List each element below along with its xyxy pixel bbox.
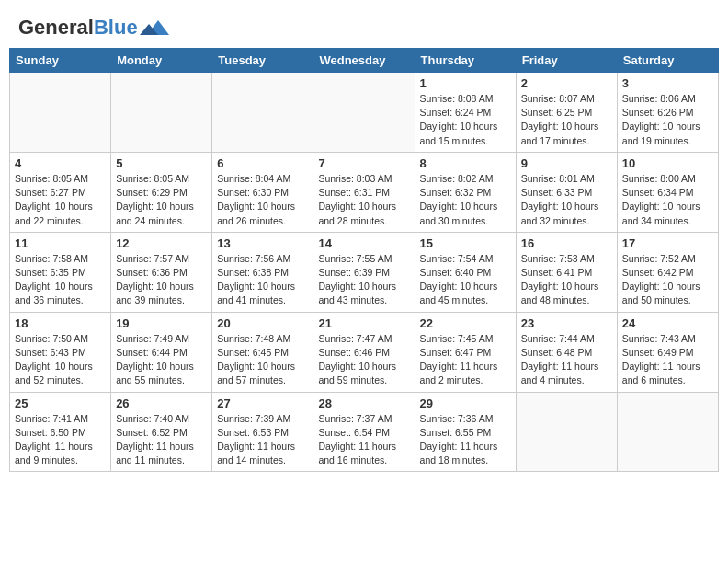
calendar-cell: 22Sunrise: 7:45 AMSunset: 6:47 PMDayligh… — [415, 312, 516, 392]
day-info: Sunrise: 7:37 AMSunset: 6:54 PMDaylight:… — [318, 412, 409, 468]
calendar-cell: 28Sunrise: 7:37 AMSunset: 6:54 PMDayligh… — [313, 392, 415, 472]
day-number: 8 — [420, 156, 511, 170]
day-number: 27 — [217, 396, 308, 410]
calendar-cell: 9Sunrise: 8:01 AMSunset: 6:33 PMDaylight… — [516, 152, 617, 232]
day-info: Sunrise: 8:01 AMSunset: 6:33 PMDaylight:… — [521, 172, 612, 228]
calendar-cell: 16Sunrise: 7:53 AMSunset: 6:41 PMDayligh… — [516, 232, 617, 312]
day-number: 12 — [116, 236, 207, 250]
day-number: 7 — [318, 156, 409, 170]
calendar-cell: 24Sunrise: 7:43 AMSunset: 6:49 PMDayligh… — [617, 312, 718, 392]
calendar-cell: 18Sunrise: 7:50 AMSunset: 6:43 PMDayligh… — [10, 312, 111, 392]
calendar-week-row: 25Sunrise: 7:41 AMSunset: 6:50 PMDayligh… — [10, 392, 719, 472]
calendar-cell: 27Sunrise: 7:39 AMSunset: 6:53 PMDayligh… — [212, 392, 313, 472]
day-info: Sunrise: 8:07 AMSunset: 6:25 PMDaylight:… — [521, 92, 612, 148]
calendar-table: SundayMondayTuesdayWednesdayThursdayFrid… — [9, 48, 719, 472]
calendar-cell: 10Sunrise: 8:00 AMSunset: 6:34 PMDayligh… — [617, 152, 718, 232]
calendar-cell: 20Sunrise: 7:48 AMSunset: 6:45 PMDayligh… — [212, 312, 313, 392]
calendar-cell: 11Sunrise: 7:58 AMSunset: 6:35 PMDayligh… — [10, 232, 111, 312]
day-info: Sunrise: 7:44 AMSunset: 6:48 PMDaylight:… — [521, 332, 612, 388]
calendar-cell: 8Sunrise: 8:02 AMSunset: 6:32 PMDaylight… — [415, 152, 516, 232]
day-header-wednesday: Wednesday — [313, 49, 415, 73]
day-info: Sunrise: 7:45 AMSunset: 6:47 PMDaylight:… — [420, 332, 511, 388]
day-number: 14 — [318, 236, 409, 250]
calendar-cell: 21Sunrise: 7:47 AMSunset: 6:46 PMDayligh… — [313, 312, 415, 392]
calendar-week-row: 18Sunrise: 7:50 AMSunset: 6:43 PMDayligh… — [10, 312, 719, 392]
day-info: Sunrise: 8:00 AMSunset: 6:34 PMDaylight:… — [622, 172, 713, 228]
day-info: Sunrise: 7:49 AMSunset: 6:44 PMDaylight:… — [116, 332, 207, 388]
day-info: Sunrise: 7:41 AMSunset: 6:50 PMDaylight:… — [15, 412, 106, 468]
calendar-cell: 5Sunrise: 8:05 AMSunset: 6:29 PMDaylight… — [111, 152, 212, 232]
calendar-cell: 4Sunrise: 8:05 AMSunset: 6:27 PMDaylight… — [10, 152, 111, 232]
day-number: 25 — [15, 396, 106, 410]
header: GeneralBlue — [9, 9, 719, 44]
day-number: 28 — [318, 396, 409, 410]
day-info: Sunrise: 7:54 AMSunset: 6:40 PMDaylight:… — [420, 252, 511, 308]
calendar-cell: 12Sunrise: 7:57 AMSunset: 6:36 PMDayligh… — [111, 232, 212, 312]
calendar-cell — [617, 392, 718, 472]
day-number: 18 — [15, 316, 106, 330]
day-number: 13 — [217, 236, 308, 250]
day-info: Sunrise: 7:55 AMSunset: 6:39 PMDaylight:… — [318, 252, 409, 308]
calendar-header-row: SundayMondayTuesdayWednesdayThursdayFrid… — [10, 49, 719, 73]
calendar-cell: 2Sunrise: 8:07 AMSunset: 6:25 PMDaylight… — [516, 73, 617, 153]
day-header-friday: Friday — [516, 49, 617, 73]
calendar-cell: 7Sunrise: 8:03 AMSunset: 6:31 PMDaylight… — [313, 152, 415, 232]
day-info: Sunrise: 8:08 AMSunset: 6:24 PMDaylight:… — [420, 92, 511, 148]
day-info: Sunrise: 8:05 AMSunset: 6:27 PMDaylight:… — [15, 172, 106, 228]
calendar-cell — [111, 73, 212, 153]
day-header-sunday: Sunday — [10, 49, 111, 73]
day-number: 22 — [420, 316, 511, 330]
day-number: 20 — [217, 316, 308, 330]
calendar-cell — [313, 73, 415, 153]
day-number: 26 — [116, 396, 207, 410]
day-header-tuesday: Tuesday — [212, 49, 313, 73]
day-header-monday: Monday — [111, 49, 212, 73]
calendar-cell — [516, 392, 617, 472]
day-number: 6 — [217, 156, 308, 170]
calendar-cell: 23Sunrise: 7:44 AMSunset: 6:48 PMDayligh… — [516, 312, 617, 392]
day-header-thursday: Thursday — [415, 49, 516, 73]
day-info: Sunrise: 7:48 AMSunset: 6:45 PMDaylight:… — [217, 332, 308, 388]
calendar-cell — [212, 73, 313, 153]
calendar-week-row: 11Sunrise: 7:58 AMSunset: 6:35 PMDayligh… — [10, 232, 719, 312]
day-info: Sunrise: 7:43 AMSunset: 6:49 PMDaylight:… — [622, 332, 713, 388]
calendar-cell: 6Sunrise: 8:04 AMSunset: 6:30 PMDaylight… — [212, 152, 313, 232]
day-number: 5 — [116, 156, 207, 170]
day-header-saturday: Saturday — [617, 49, 718, 73]
calendar-cell: 29Sunrise: 7:36 AMSunset: 6:55 PMDayligh… — [415, 392, 516, 472]
calendar-week-row: 4Sunrise: 8:05 AMSunset: 6:27 PMDaylight… — [10, 152, 719, 232]
day-info: Sunrise: 7:50 AMSunset: 6:43 PMDaylight:… — [15, 332, 106, 388]
calendar-body: 1Sunrise: 8:08 AMSunset: 6:24 PMDaylight… — [10, 73, 719, 472]
day-info: Sunrise: 7:52 AMSunset: 6:42 PMDaylight:… — [622, 252, 713, 308]
logo-text: GeneralBlue — [18, 17, 138, 38]
day-info: Sunrise: 7:53 AMSunset: 6:41 PMDaylight:… — [521, 252, 612, 308]
logo-icon — [140, 18, 169, 39]
day-info: Sunrise: 7:40 AMSunset: 6:52 PMDaylight:… — [116, 412, 207, 468]
calendar-cell: 19Sunrise: 7:49 AMSunset: 6:44 PMDayligh… — [111, 312, 212, 392]
day-number: 1 — [420, 76, 511, 90]
calendar-week-row: 1Sunrise: 8:08 AMSunset: 6:24 PMDaylight… — [10, 73, 719, 153]
day-info: Sunrise: 7:57 AMSunset: 6:36 PMDaylight:… — [116, 252, 207, 308]
day-number: 16 — [521, 236, 612, 250]
day-number: 2 — [521, 76, 612, 90]
day-info: Sunrise: 7:47 AMSunset: 6:46 PMDaylight:… — [318, 332, 409, 388]
day-info: Sunrise: 8:05 AMSunset: 6:29 PMDaylight:… — [116, 172, 207, 228]
calendar-cell: 25Sunrise: 7:41 AMSunset: 6:50 PMDayligh… — [10, 392, 111, 472]
day-number: 21 — [318, 316, 409, 330]
day-info: Sunrise: 8:06 AMSunset: 6:26 PMDaylight:… — [622, 92, 713, 148]
day-number: 19 — [116, 316, 207, 330]
calendar-cell: 14Sunrise: 7:55 AMSunset: 6:39 PMDayligh… — [313, 232, 415, 312]
day-info: Sunrise: 8:03 AMSunset: 6:31 PMDaylight:… — [318, 172, 409, 228]
day-number: 3 — [622, 76, 713, 90]
logo: GeneralBlue — [18, 17, 169, 39]
day-number: 29 — [420, 396, 511, 410]
day-info: Sunrise: 8:02 AMSunset: 6:32 PMDaylight:… — [420, 172, 511, 228]
day-number: 10 — [622, 156, 713, 170]
calendar-cell: 13Sunrise: 7:56 AMSunset: 6:38 PMDayligh… — [212, 232, 313, 312]
day-number: 11 — [15, 236, 106, 250]
calendar-cell: 3Sunrise: 8:06 AMSunset: 6:26 PMDaylight… — [617, 73, 718, 153]
calendar-cell: 1Sunrise: 8:08 AMSunset: 6:24 PMDaylight… — [415, 73, 516, 153]
day-info: Sunrise: 7:56 AMSunset: 6:38 PMDaylight:… — [217, 252, 308, 308]
day-number: 17 — [622, 236, 713, 250]
calendar-cell: 17Sunrise: 7:52 AMSunset: 6:42 PMDayligh… — [617, 232, 718, 312]
